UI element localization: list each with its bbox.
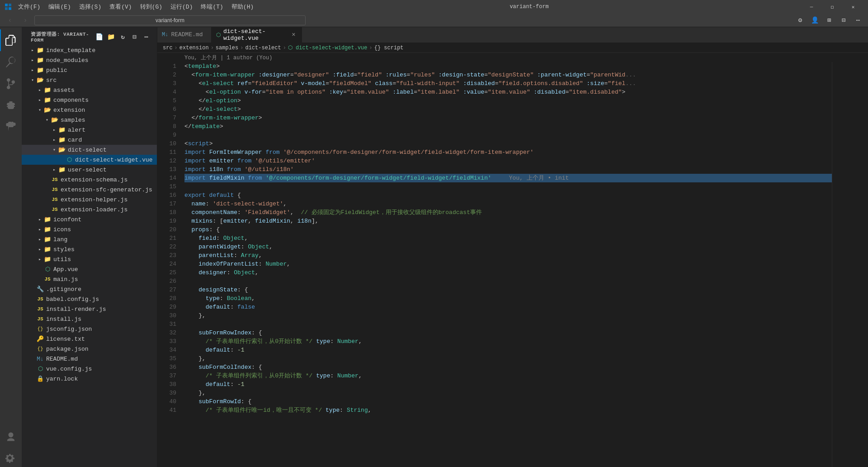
address-search-input[interactable] — [34, 15, 306, 25]
forward-button[interactable]: › — [19, 15, 32, 25]
tree-item-extension-sfc-generator[interactable]: JS extension-sfc-generator.js — [22, 185, 157, 195]
tree-item-index_template[interactable]: 📁 index_template — [22, 45, 157, 55]
settings-icon[interactable]: ⚙ — [794, 15, 807, 25]
tree-item-jsconfig[interactable]: {} jsconfig.json — [22, 324, 157, 334]
file-js-icon: JS — [51, 195, 59, 204]
tree-item-dict-select-widget-vue[interactable]: ⬡ dict-select-widget.vue — [22, 155, 157, 165]
tree-item-readme[interactable]: M↓ README.md — [22, 354, 157, 364]
tree-item-node_modules[interactable]: 📁 node_modules — [22, 55, 157, 65]
code-line-33: /* 子表单组件行索引，从0开始计数 */ type: Number, — [184, 337, 832, 346]
refresh-button[interactable]: ↻ — [118, 32, 128, 42]
crumb-extension[interactable]: extension — [179, 45, 209, 51]
new-file-button[interactable]: 📄 — [94, 32, 104, 42]
sidebar-title: 资源管理器: VARIANT-FORM — [31, 31, 94, 43]
menu-file[interactable]: 文件(F) — [14, 2, 44, 12]
source-control-icon[interactable] — [0, 73, 22, 95]
new-folder-button[interactable]: 📁 — [106, 32, 116, 42]
explorer-icon[interactable] — [0, 29, 22, 51]
search-activity-icon[interactable] — [0, 51, 22, 73]
layout-icon[interactable]: ⊞ — [823, 15, 835, 25]
collapse-all-button[interactable]: ⊟ — [130, 32, 140, 42]
code-line-6: </el-select> — [184, 105, 832, 114]
code-content[interactable]: <template> <form-item-wrapper :designer=… — [180, 62, 832, 467]
menu-terminal[interactable]: 终端(T) — [197, 2, 226, 12]
tree-item-babel-config[interactable]: JS babel.config.js — [22, 294, 157, 304]
tab-dict-select-widget[interactable]: ⬡ dict-select-widget.vue × — [212, 27, 302, 43]
folder-open-icon: 📂 — [43, 106, 52, 114]
tab-readme-icon: M↓ — [162, 32, 168, 38]
back-button[interactable]: ‹ — [4, 15, 16, 25]
minimap — [832, 62, 868, 467]
layout2-icon[interactable]: ⊟ — [837, 15, 850, 25]
arrow-samples — [43, 116, 51, 124]
menu-view[interactable]: 查看(V) — [106, 2, 135, 12]
code-line-1: <template> — [184, 62, 832, 71]
tree-item-main-js[interactable]: JS main.js — [22, 274, 157, 284]
tree-item-card[interactable]: 📁 card — [22, 135, 157, 145]
tab-readme[interactable]: M↓ README.md — [157, 27, 212, 43]
minimize-button[interactable]: — — [801, 0, 822, 14]
account-activity-icon[interactable] — [0, 426, 22, 448]
code-line-19: mixins: [emitter, fieldMixin, i18n], — [184, 217, 832, 225]
tree-item-package-json[interactable]: {} package.json — [22, 344, 157, 354]
settings-activity-icon[interactable] — [0, 448, 22, 467]
tree-item-license[interactable]: 🔑 license.txt — [22, 334, 157, 344]
code-line-14: import fieldMixin from '@/components/for… — [184, 174, 832, 182]
tree-item-alert[interactable]: 📁 alert — [22, 125, 157, 135]
tree-item-App-vue[interactable]: ⬡ App.vue — [22, 264, 157, 274]
menu-run[interactable]: 运行(D) — [167, 2, 196, 12]
debug-icon[interactable] — [0, 95, 22, 116]
crumb-file[interactable]: ⬡ dict-select-widget.vue — [288, 44, 368, 51]
tree-item-public[interactable]: 📁 public — [22, 65, 157, 75]
tree-item-iconfont[interactable]: 📁 iconfont — [22, 214, 157, 224]
folder-icon: 📁 — [43, 215, 52, 224]
tree-item-install-render[interactable]: JS install-render.js — [22, 304, 157, 314]
code-line-29: default: false — [184, 303, 832, 311]
tree-item-extension[interactable]: 📂 extension — [22, 105, 157, 115]
tree-item-yarn-lock[interactable]: 🔒 yarn.lock — [22, 374, 157, 384]
code-line-15 — [184, 182, 832, 191]
svg-rect-3 — [9, 7, 11, 10]
more-icon[interactable]: ⋯ — [852, 15, 864, 25]
tab-close-button[interactable]: × — [290, 31, 297, 39]
folder-src-icon: 📂 — [36, 76, 44, 84]
menu-goto[interactable]: 转到(G) — [137, 2, 166, 12]
crumb-script[interactable]: {} script — [374, 45, 404, 51]
menu-help[interactable]: 帮助(H) — [228, 2, 257, 12]
tree-item-install-js[interactable]: JS install.js — [22, 314, 157, 324]
extensions-icon[interactable] — [0, 116, 22, 138]
maximize-button[interactable]: ◻ — [822, 0, 843, 14]
tree-item-lang[interactable]: 📁 lang — [22, 234, 157, 244]
tree-item-extension-loader[interactable]: JS extension-loader.js — [22, 205, 157, 214]
crumb-dict-select[interactable]: dict-select — [245, 45, 281, 51]
file-lock-icon: 🔒 — [36, 375, 44, 383]
close-button[interactable]: ✕ — [843, 0, 863, 14]
tree-item-extension-schema[interactable]: JS extension-schema.js — [22, 175, 157, 185]
tree-item-samples[interactable]: 📂 samples — [22, 115, 157, 125]
arrow-icons — [36, 226, 43, 233]
tree-item-components[interactable]: 📁 components — [22, 95, 157, 105]
tree-item-styles[interactable]: 📁 styles — [22, 244, 157, 254]
tree-item-assets[interactable]: 📁 assets — [22, 85, 157, 95]
tree-item-user-select[interactable]: 📁 user-select — [22, 165, 157, 175]
crumb-src[interactable]: src — [163, 45, 173, 51]
folder-icon: 📁 — [43, 86, 52, 94]
account-icon[interactable]: 👤 — [808, 15, 821, 25]
sidebar: 资源管理器: VARIANT-FORM 📄 📁 ↻ ⊟ ⋯ 📁 index_te… — [22, 27, 157, 467]
tree-item-gitignore[interactable]: 🔧 .gitignore — [22, 284, 157, 294]
tree-item-icons[interactable]: 📁 icons — [22, 224, 157, 234]
menu-edit[interactable]: 编辑(E) — [45, 2, 74, 12]
tree-item-extension-helper[interactable]: JS extension-helper.js — [22, 195, 157, 205]
tree-item-src[interactable]: 📂 src — [22, 75, 157, 85]
folder-icon: 📁 — [36, 56, 44, 64]
code-line-2: <form-item-wrapper :designer="designer" … — [184, 71, 832, 79]
more-actions-button[interactable]: ⋯ — [142, 32, 151, 42]
code-line-35: }, — [184, 354, 832, 363]
menu-select[interactable]: 选择(S) — [75, 2, 105, 12]
tree-item-utils[interactable]: 📁 utils — [22, 254, 157, 264]
top-nav: ‹ › ⚙ 👤 ⊞ ⊟ ⋯ — [0, 14, 868, 27]
tree-item-vue-config[interactable]: ⬡ vue.config.js — [22, 364, 157, 374]
tree-item-dict-select[interactable]: 📂 dict-select — [22, 145, 157, 155]
blame-text: You, 上个月 | 1 author (You) — [184, 54, 272, 62]
crumb-samples[interactable]: samples — [216, 45, 238, 51]
